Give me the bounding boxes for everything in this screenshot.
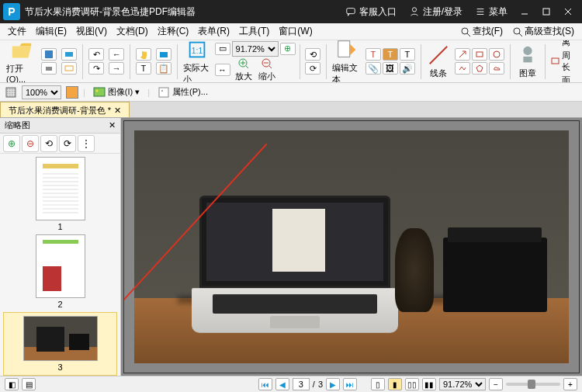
- image-button[interactable]: 🖼: [383, 62, 398, 75]
- arrow-tool[interactable]: [455, 48, 470, 61]
- thumbnail-2[interactable]: 2: [3, 234, 117, 309]
- back-button[interactable]: ←: [109, 48, 124, 61]
- close-button[interactable]: [557, 0, 579, 23]
- svg-rect-18: [523, 57, 532, 63]
- open-button[interactable]: 打开(O)...: [5, 40, 38, 83]
- close-icon: [563, 7, 573, 16]
- menu-edit[interactable]: 编辑(E): [31, 23, 71, 40]
- minimize-button[interactable]: [514, 0, 535, 23]
- layout-single[interactable]: ▯: [371, 378, 385, 390]
- circle-tool[interactable]: [489, 48, 504, 61]
- text-box-button[interactable]: T: [365, 48, 381, 61]
- edit-text-button[interactable]: 编辑文本: [331, 40, 362, 83]
- thumb-zoom-in[interactable]: ⊕: [3, 135, 20, 152]
- svg-text:1:1: 1:1: [192, 46, 203, 54]
- perimeter-label[interactable]: 周长: [562, 50, 576, 73]
- document-tab[interactable]: 节后水果消费调研-背景色 * ✕: [0, 102, 130, 117]
- polygon-tool[interactable]: [472, 62, 487, 75]
- menu-button[interactable]: 菜单: [469, 0, 514, 23]
- hand-tool[interactable]: [136, 48, 151, 61]
- panel-toggle-2[interactable]: ▤: [22, 378, 36, 390]
- svg-point-3: [462, 28, 468, 34]
- page-input[interactable]: [293, 378, 310, 390]
- zoom-out-button[interactable]: 缩小: [257, 57, 277, 82]
- page-total: 3: [318, 380, 323, 389]
- scan-button[interactable]: [61, 48, 77, 61]
- select-group: T: [134, 48, 153, 75]
- thumbnail-3[interactable]: 3: [3, 312, 117, 376]
- rect-tool[interactable]: [472, 48, 487, 61]
- line-tool[interactable]: 线条: [425, 43, 452, 79]
- properties-button[interactable]: 属性(P)...: [154, 85, 211, 100]
- panel-toggle-1[interactable]: ◧: [5, 378, 19, 390]
- zoom-select[interactable]: 91.72%: [232, 41, 279, 57]
- svg-rect-8: [65, 66, 73, 71]
- clipboard-button[interactable]: 📋: [156, 62, 171, 75]
- image-dropdown[interactable]: 图像(I) ▾: [90, 85, 143, 100]
- menu-tools[interactable]: 工具(T): [234, 23, 274, 40]
- redo-button[interactable]: ↷: [88, 62, 104, 75]
- save-button[interactable]: [41, 48, 57, 61]
- stamp-button[interactable]: 图章: [514, 43, 541, 79]
- status-zoom-select[interactable]: 91.72%: [439, 378, 486, 390]
- attach-button[interactable]: 📎: [365, 62, 381, 75]
- status-zoom-in[interactable]: +: [563, 378, 577, 390]
- menu-bar: 文件 编辑(E) 视图(V) 文档(D) 注释(C) 表单(R) 工具(T) 窗…: [0, 23, 582, 40]
- text-callout-button[interactable]: T: [400, 48, 415, 61]
- menu-comment[interactable]: 注释(C): [153, 23, 194, 40]
- thumbnail-1[interactable]: 1: [3, 157, 117, 231]
- rotate-left-button[interactable]: ⟲: [305, 48, 320, 61]
- menu-file[interactable]: 文件: [3, 23, 31, 40]
- login-button[interactable]: 注册/登录: [403, 0, 469, 23]
- next-page-button[interactable]: ▶: [326, 378, 340, 390]
- opacity-select[interactable]: 100%: [22, 85, 61, 99]
- tab-close-icon[interactable]: ✕: [114, 106, 121, 116]
- last-page-button[interactable]: ⏭: [343, 378, 357, 390]
- menu-view[interactable]: 视图(V): [71, 23, 112, 40]
- find-button[interactable]: 查找(F): [456, 23, 508, 40]
- thumb-options[interactable]: ⋮: [78, 135, 95, 152]
- panel-close-icon[interactable]: ✕: [109, 120, 116, 130]
- snapshot-button[interactable]: [156, 48, 171, 61]
- page-canvas[interactable]: [123, 120, 580, 373]
- grid-icon[interactable]: [5, 86, 17, 99]
- undo-button[interactable]: ↶: [88, 48, 104, 61]
- sound-button[interactable]: 🔊: [400, 62, 415, 75]
- highlight-text-button[interactable]: T: [383, 48, 398, 61]
- print-button[interactable]: [41, 62, 57, 75]
- print-icon: [44, 64, 54, 73]
- distance-label[interactable]: 距离: [562, 40, 576, 48]
- polyline-tool[interactable]: [455, 62, 470, 75]
- cloud-tool[interactable]: [489, 62, 504, 75]
- forward-button[interactable]: →: [109, 62, 124, 75]
- color-swatch[interactable]: [66, 86, 78, 99]
- properties-icon: [158, 86, 170, 99]
- user-icon: [409, 6, 420, 17]
- menu-window[interactable]: 窗口(W): [274, 23, 317, 40]
- fit-width-button[interactable]: ↔: [215, 64, 230, 76]
- zoom-plus-button[interactable]: ⊕: [280, 43, 296, 55]
- layout-facing[interactable]: ▯▯: [405, 378, 419, 390]
- layout-facing-cont[interactable]: ▮▮: [422, 378, 436, 390]
- perimeter-icon: [550, 57, 559, 66]
- thumb-rotate-left[interactable]: ⟲: [40, 135, 57, 152]
- first-page-button[interactable]: ⏮: [258, 378, 272, 390]
- text-select-tool[interactable]: T: [136, 62, 151, 75]
- prev-page-button[interactable]: ◀: [275, 378, 289, 390]
- menu-form[interactable]: 表单(R): [193, 23, 234, 40]
- actual-size-button[interactable]: 1:1 实际大小: [182, 40, 213, 83]
- adv-find-button[interactable]: 高级查找(S): [508, 23, 579, 40]
- zoom-in-button[interactable]: 放大: [234, 57, 254, 82]
- menu-document[interactable]: 文档(D): [112, 23, 153, 40]
- area-label[interactable]: 面积: [562, 75, 576, 83]
- zoom-slider[interactable]: [506, 383, 560, 386]
- rotate-right-button[interactable]: ⟳: [305, 62, 320, 75]
- maximize-button[interactable]: [535, 0, 557, 23]
- thumb-rotate-right[interactable]: ⟳: [59, 135, 76, 152]
- email-button[interactable]: [61, 62, 77, 75]
- support-button[interactable]: 客服入口: [339, 0, 403, 23]
- fit-page-button[interactable]: ▭: [215, 43, 230, 55]
- layout-continuous[interactable]: ▮: [388, 378, 402, 390]
- status-zoom-out[interactable]: −: [489, 378, 503, 390]
- thumb-zoom-out[interactable]: ⊖: [22, 135, 39, 152]
